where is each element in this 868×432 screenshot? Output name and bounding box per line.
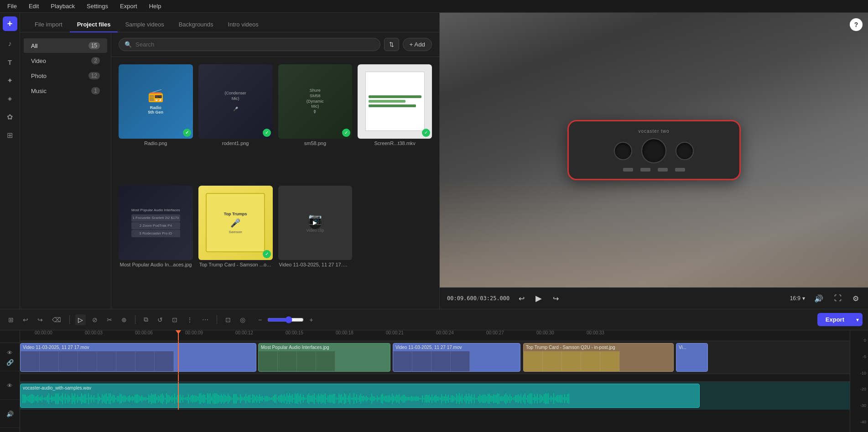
menu-file[interactable]: File (5, 2, 19, 10)
category-all[interactable]: All 15 (24, 38, 107, 53)
audio-waveform (21, 392, 699, 406)
clip-video-2[interactable]: Video 11-03-2025, 11 27 17.mov (393, 343, 520, 372)
audio-sync-button[interactable]: ◎ (237, 314, 248, 325)
clip-video-1[interactable]: Video 11-03-2025, 11 27 17.mov (20, 343, 256, 372)
menu-edit[interactable]: Edit (27, 2, 41, 10)
tab-sample-videos[interactable]: Sample videos (118, 17, 171, 32)
menu-help[interactable]: Help (147, 2, 163, 10)
tab-file-import[interactable]: File import (27, 17, 70, 32)
play-button[interactable]: ▶ (534, 291, 544, 305)
right-levels: 0 -5 -10 -20 -30 -40 (850, 330, 868, 432)
delete-button[interactable]: ⌫ (49, 314, 64, 325)
track-scroll[interactable]: 00:00:00 00:00:03 00:00:06 00:00:09 00:0… (20, 330, 850, 432)
ripple-tool-button[interactable]: ⊘ (89, 314, 100, 325)
ruler-mark-6: 00:00:06 (135, 330, 153, 335)
help-button[interactable]: ? (850, 18, 863, 31)
speaker-icon[interactable]: 🔊 (6, 411, 14, 417)
file-radio[interactable]: 📻 Radio5th Gen ✓ Radio.png (119, 64, 193, 180)
audio-track-control-2: 🔊 (0, 401, 20, 428)
export-dropdown-button[interactable]: ▾ (852, 313, 863, 326)
timeline-settings-button[interactable]: ⊞ (5, 314, 16, 325)
zoom-out-button[interactable]: − (255, 314, 265, 325)
visibility-icon-2[interactable]: 👁 (7, 382, 13, 389)
sticker-nav-button[interactable]: ✿ (3, 109, 17, 124)
category-sidebar: All 15 Video 2 Photo 12 Music 1 (20, 32, 111, 309)
clip-video-3[interactable]: Vi... (676, 343, 708, 372)
video-controls: 00:09.600/03:25.000 ↩ ▶ ↪ 16:9 ▾ 🔊 ⛶ ⚙ (440, 287, 868, 309)
category-music[interactable]: Music 1 (24, 83, 107, 98)
file-screenrecord[interactable]: ✓ ScreenR...t38.mkv (358, 64, 432, 180)
filter-nav-button[interactable]: ◈ (3, 91, 17, 106)
thumb-sm58: ShureSM58(DynamicMic)🎙 ✓ (278, 64, 353, 139)
audio-track: vocaster-audio_with-samples.wav (20, 381, 850, 410)
add-file-button[interactable]: + Add (403, 38, 432, 51)
dual-screen-button[interactable]: ⊡ (223, 314, 234, 325)
track-controls: 👁 🔗 👁 🔊 (0, 330, 20, 432)
text-nav-button[interactable]: T (3, 55, 17, 69)
redo-button[interactable]: ↪ (35, 314, 46, 325)
select-tool-button[interactable]: ▷ (75, 314, 86, 325)
lock-icon[interactable]: 🔗 (6, 359, 14, 366)
file-trump-card[interactable]: Top Trumps 🎤 Samson ✓ Top Trump Card - S… (198, 186, 273, 302)
fullscreen-button[interactable]: ⛶ (832, 292, 843, 304)
effects-nav-button[interactable]: ✦ (3, 73, 17, 88)
track-content: 00:00:00 00:00:03 00:00:06 00:00:09 00:0… (20, 330, 850, 432)
speed-button[interactable]: ⊡ (169, 314, 180, 325)
menu-playback[interactable]: Playback (49, 2, 77, 10)
file-rodent1[interactable]: (CondenserMic)🎤 ✓ rodent1.png (198, 64, 273, 180)
category-photo[interactable]: Photo 12 (24, 68, 107, 83)
thumb-popular-audio: Most Popular Audio Interfaces 1 Focusrit… (119, 186, 193, 260)
ruler-mark-27: 00:00:27 (486, 330, 504, 335)
thumb-rodent1: (CondenserMic)🎤 ✓ (198, 64, 273, 139)
fast-forward-button[interactable]: ↪ (551, 292, 561, 305)
media-tabs: File import Project files Sample videos … (20, 13, 439, 32)
audio-eq-button[interactable]: ⋮ (184, 314, 196, 325)
ruler-mark-30: 00:00:30 (536, 330, 554, 335)
caption-button[interactable]: ⧉ (141, 314, 151, 325)
add-media-button[interactable]: + (3, 16, 17, 31)
clip-trump-card[interactable]: Top Trump Card - Samson Q2U - in-post.jp… (523, 343, 674, 372)
ruler-mark-9: 00:00:09 (185, 330, 203, 335)
cut-tool-button[interactable]: ✂ (104, 314, 115, 325)
crop-button[interactable]: ↺ (155, 314, 166, 325)
menu-settings[interactable]: Settings (85, 2, 110, 10)
ruler-mark-21: 00:00:21 (386, 330, 404, 335)
export-button[interactable]: Export (817, 313, 852, 326)
settings-button[interactable]: ⚙ (851, 292, 861, 305)
time-display: 00:09.600/03:25.000 (447, 295, 509, 302)
visibility-icon[interactable]: 👁 (7, 349, 13, 356)
clip-image-popular[interactable]: Most Popular Audio Interfaces.jpg (258, 343, 390, 372)
timeline-area: ⊞ ↩ ↪ ⌫ ▷ ⊘ ✂ ⊕ ⧉ ↺ ⊡ ⋮ ⋯ ⊡ ◎ − + Export… (0, 309, 868, 432)
toolbar-separator-1 (69, 315, 70, 324)
preview-panel: vocaster two (440, 13, 868, 309)
file-video-11-03[interactable]: 📷 Video clip ▶ Video 11-03-2025, 11 27 1… (278, 186, 353, 302)
category-video[interactable]: Video 2 (24, 53, 107, 68)
thumb-radio: 📻 Radio5th Gen ✓ (119, 64, 193, 139)
template-nav-button[interactable]: ⊞ (3, 128, 17, 142)
zoom-control: − + (255, 314, 316, 325)
ruler-mark-0: 00:00:00 (35, 330, 52, 335)
tab-intro-videos[interactable]: Intro videos (221, 17, 266, 32)
thumb-screenrecord: ✓ (358, 64, 432, 139)
video-frame: vocaster two (440, 13, 868, 287)
video-preview: vocaster two (440, 13, 868, 287)
tab-backgrounds[interactable]: Backgrounds (172, 17, 221, 32)
rewind-button[interactable]: ↩ (517, 292, 526, 305)
file-popular-audio[interactable]: Most Popular Audio Interfaces 1 Focusrit… (119, 186, 193, 302)
search-input-wrap: 🔍 (119, 38, 380, 51)
thumb-video-11-03: 📷 Video clip ▶ (278, 186, 353, 260)
menu-export[interactable]: Export (118, 2, 139, 10)
zoom-slider[interactable] (267, 316, 304, 323)
aspect-ratio-selector[interactable]: 16:9 ▾ (790, 295, 805, 302)
sort-button[interactable]: ⇅ (384, 38, 399, 51)
search-input[interactable] (135, 41, 374, 48)
zoom-in-button[interactable]: + (307, 314, 316, 325)
tab-project-files[interactable]: Project files (70, 17, 118, 32)
motion-button[interactable]: ⋯ (199, 314, 211, 325)
file-sm58[interactable]: ShureSM58(DynamicMic)🎙 ✓ sm58.png (278, 64, 353, 180)
music-nav-button[interactable]: ♪ (3, 36, 17, 51)
audio-button[interactable]: 🔊 (812, 292, 825, 305)
undo-button[interactable]: ↩ (20, 314, 31, 325)
slip-tool-button[interactable]: ⊕ (119, 314, 130, 325)
audio-clip-vocaster[interactable]: vocaster-audio_with-samples.wav (20, 384, 700, 408)
